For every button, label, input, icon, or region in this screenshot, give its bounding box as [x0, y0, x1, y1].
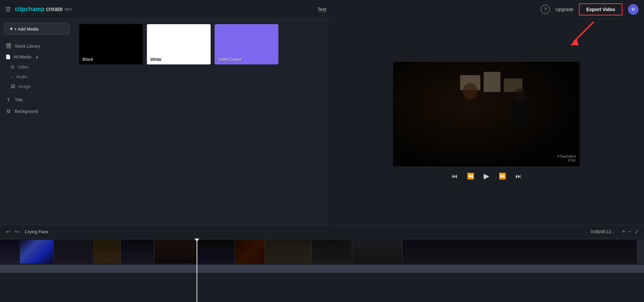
- all-media-icon: 📄: [5, 54, 11, 59]
- main-content: + + Add Media 🎬 Stock Library 📄 All Medi…: [0, 19, 644, 225]
- film-segment-2: [20, 240, 54, 263]
- media-panel: Black White Solid Colour: [74, 19, 329, 225]
- media-thumbnails: Black White Solid Colour: [79, 24, 323, 64]
- timeline-video-track[interactable]: [0, 240, 644, 263]
- help-button[interactable]: ?: [541, 5, 550, 14]
- film-segment-10: [312, 240, 352, 263]
- media-thumb-white-label: White: [150, 57, 161, 62]
- video-scene: #TheGifted FOX: [393, 62, 580, 166]
- sidebar-item-stock-library-label: Stock Library: [15, 44, 40, 49]
- svg-rect-5: [484, 72, 500, 92]
- logo: clipchampcreateBETA: [15, 6, 72, 13]
- sidebar-all-media-section: 📄 All Media ▲ ⊞ Video ♪ Audio 🖼 Image: [5, 52, 73, 91]
- film-segment-5: [121, 240, 154, 263]
- film-segment-12: [402, 240, 637, 263]
- logo-create: create: [46, 6, 63, 13]
- upgrade-button[interactable]: Upgrade: [555, 7, 574, 12]
- image-label: Image: [18, 84, 31, 89]
- film-segment-8: [235, 240, 265, 263]
- video-icon: ⊞: [11, 64, 14, 69]
- plus-icon: +: [10, 26, 13, 32]
- watermark: #TheGifted FOX: [557, 154, 576, 162]
- sidebar-item-all-media[interactable]: 📄 All Media ▲: [5, 52, 73, 62]
- project-title[interactable]: Test: [318, 7, 326, 12]
- film-segment-1: [0, 240, 20, 263]
- skip-forward-button[interactable]: ⏭: [514, 171, 523, 181]
- header-right: ? Upgrade Export Video U: [541, 3, 639, 15]
- header-center: Test: [318, 6, 326, 12]
- timeline-area: ↩ ↪ Crying Face 0:00/45:11 . + − ⤢: [0, 225, 644, 302]
- all-media-label: All Media: [13, 54, 31, 59]
- sidebar-item-video[interactable]: ⊞ Video: [5, 62, 73, 72]
- play-button[interactable]: ▶: [482, 170, 491, 182]
- all-media-expand-icon: ▲: [35, 55, 39, 59]
- header-left: ☰ clipchampcreateBETA: [5, 6, 72, 13]
- audio-label: Audio: [16, 74, 28, 79]
- header: ☰ clipchampcreateBETA Test ? Upgrade Exp…: [0, 0, 644, 19]
- timeline-track-name: Crying Face: [25, 229, 48, 234]
- media-thumb-white[interactable]: White: [147, 24, 211, 64]
- sidebar-item-audio[interactable]: ♪ Audio: [5, 72, 73, 82]
- image-icon: 🖼: [11, 84, 15, 89]
- watermark-line1: #TheGifted: [557, 154, 576, 158]
- media-thumb-black[interactable]: Black: [79, 24, 143, 64]
- undo-button[interactable]: ↩: [5, 228, 11, 236]
- title-icon: T: [5, 97, 11, 103]
- logo-clipchamp: clipchamp: [15, 6, 45, 13]
- svg-point-10: [514, 89, 526, 102]
- zoom-in-button[interactable]: +: [622, 228, 626, 235]
- sidebar: + + Add Media 🎬 Stock Library 📄 All Medi…: [0, 19, 74, 225]
- film-segment-3: [54, 240, 94, 263]
- film-strip: [0, 240, 637, 263]
- video-label: Video: [18, 64, 29, 69]
- video-preview: #TheGifted FOX: [393, 62, 580, 166]
- add-media-button[interactable]: + + Add Media: [4, 23, 69, 35]
- undo-redo-controls: ↩ ↪: [5, 228, 19, 236]
- audio-waveform: [0, 265, 644, 273]
- sidebar-item-title[interactable]: T Title: [0, 94, 73, 105]
- sidebar-item-stock-library[interactable]: 🎬 Stock Library: [0, 40, 73, 52]
- add-media-label: + Add Media: [14, 27, 39, 32]
- transport-controls: ⏮ ⏪ ▶ ⏩ ⏭: [450, 170, 523, 182]
- menu-icon[interactable]: ☰: [5, 6, 11, 13]
- preview-area: #TheGifted FOX ⏮ ⏪ ▶ ⏩ ⏭: [329, 19, 644, 225]
- film-segment-4: [94, 240, 121, 263]
- watermark-line2: FOX: [557, 158, 576, 162]
- export-video-button[interactable]: Export Video: [579, 3, 623, 15]
- timeline-zoom-controls: + − ⤢: [622, 228, 639, 235]
- logo-beta: BETA: [65, 8, 72, 11]
- zoom-out-button[interactable]: −: [628, 228, 632, 235]
- background-icon: ⧉: [5, 108, 11, 114]
- media-thumb-solid-colour[interactable]: Solid Colour: [215, 24, 278, 64]
- sidebar-item-background[interactable]: ⧉ Background: [0, 105, 73, 117]
- media-thumb-black-label: Black: [83, 57, 93, 62]
- sidebar-divider-1: [0, 93, 73, 93]
- timeline-audio-track: [0, 265, 644, 273]
- film-segment-6: [154, 240, 198, 263]
- film-segment-7: [198, 240, 235, 263]
- redo-button[interactable]: ↪: [14, 228, 19, 236]
- skip-back-button[interactable]: ⏮: [450, 171, 459, 181]
- avatar[interactable]: U: [628, 4, 639, 15]
- title-label: Title: [15, 97, 23, 102]
- timeline-playhead[interactable]: [197, 239, 197, 302]
- rewind-button[interactable]: ⏪: [466, 171, 476, 181]
- stock-library-icon: 🎬: [5, 43, 11, 49]
- background-label: Background: [15, 109, 38, 114]
- sidebar-item-image[interactable]: 🖼 Image: [5, 82, 73, 91]
- timeline-timecode: 0:00/45:11 .: [591, 229, 614, 234]
- timeline-tracks: [0, 239, 644, 302]
- film-segment-11: [352, 240, 402, 263]
- timeline-header: ↩ ↪ Crying Face 0:00/45:11 . + − ⤢: [0, 225, 644, 239]
- audio-icon: ♪: [11, 74, 13, 79]
- film-segment-9: [265, 240, 312, 263]
- media-thumb-solid-colour-label: Solid Colour: [218, 57, 242, 62]
- svg-point-8: [463, 83, 478, 100]
- expand-timeline-button[interactable]: ⤢: [634, 229, 639, 235]
- fast-forward-button[interactable]: ⏩: [497, 171, 507, 181]
